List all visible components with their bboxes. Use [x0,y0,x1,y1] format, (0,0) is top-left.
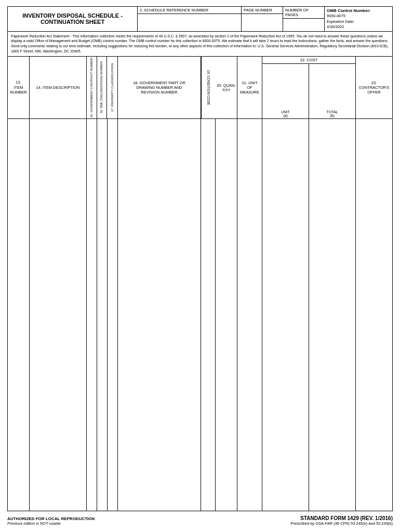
num-pages-block: NUMBER OF PAGES [283,7,325,31]
col-21-header: 21. UNITOFMEASURE [237,57,262,118]
col22a-header: UNIT (a) [262,64,309,118]
col-15-17-group: 15. GOVERNMENT CONTRACT NUMBER 16. DML (… [87,57,118,118]
table-body [8,119,392,511]
footer-right: STANDARD FORM 1429 (REV. 1/2016) Prescri… [290,515,393,526]
col22-main-label: 22. COST [262,57,355,64]
body-col-18 [118,119,201,511]
body-col-16 [97,119,108,511]
sf-number: STANDARD FORM 1429 (REV. 1/2016) [290,515,393,521]
num-pages-label: NUMBER OF PAGES [283,7,324,19]
col22-sub-headers: UNIT (a) TOTAL (b) [262,64,355,118]
col-14-header: 14. ITEM DESCRIPTION [30,57,87,118]
col14-label: 14. ITEM DESCRIPTION [36,85,80,90]
col-20-header: 20. QUAN-TITY [216,57,237,118]
previous-edition-text: Previous edition is NOT usable [7,521,95,526]
num-pages-value [283,19,324,31]
col-19-header: 19. CONDITION CODE [201,57,216,118]
schedule-ref-label: 2. SCHEDULE REFERENCE NUMBER [138,7,241,14]
page-number-block: PAGE NUMBER [242,7,283,31]
authorized-text: AUTHORIZED FOR LOCAL REPRODUCTION [7,516,95,521]
col22b-header: TOTAL (b) [309,64,355,118]
omb-block: OMB Control Number: 9000-0075 Expiration… [325,7,392,31]
prescribed-text: Prescribed by GSA-FAR (48 CFR) 53.245(e)… [290,521,393,526]
col22a-sub: (a) [283,114,288,117]
col16-label: 16. DML (TAILORIZATION) NUMBER [100,60,103,114]
omb-number: 9000-0075 [327,14,390,19]
notice-text: Paperwork Reduction Act Statement - This… [11,34,389,53]
col-15-header: 15. GOVERNMENT CONTRACT NUMBER [87,57,97,118]
table-header-row: 13.ITEMNUMBER 14. ITEM DESCRIPTION 15. G… [8,57,392,119]
col-22-header-group: 22. COST UNIT (a) TOTAL (b) [262,57,356,118]
form-title: INVENTORY DISPOSAL SCHEDULE - CONTINUATI… [13,12,132,25]
body-col-19 [201,119,216,511]
col-23-header: 23.CONTRACTOR'SOFFER [356,57,392,118]
schedule-ref-block: 2. SCHEDULE REFERENCE NUMBER [138,7,242,31]
body-col-22b [309,119,356,511]
body-col-23 [356,119,392,511]
col13-label: 13.ITEMNUMBER [10,80,27,95]
title-block: INVENTORY DISPOSAL SCHEDULE - CONTINUATI… [8,7,138,31]
omb-expiration-date: 4/30/2022 [327,24,390,30]
col17-label: 17. PROPERTY CLASSIFICATION [111,62,114,113]
body-col-14 [30,119,87,511]
body-col-13 [8,119,30,511]
body-col-21 [237,119,262,511]
omb-title: OMB Control Number: [327,8,390,14]
body-col-22a [262,119,309,511]
page-number-value [242,14,283,31]
col15-label: 15. GOVERNMENT CONTRACT NUMBER [90,57,94,118]
paperwork-notice: Paperwork Reduction Act Statement - This… [7,32,393,57]
body-col-20 [216,119,237,511]
col23-label: 23.CONTRACTOR'SOFFER [358,81,389,95]
body-col-17 [108,119,118,511]
col19-label: 19. CONDITION CODE [207,70,211,105]
page-number-label: PAGE NUMBER [242,7,283,14]
col-18-header: 18. GOVERNMENT PART ORDRAWING NUMBER AND… [118,57,201,118]
col21-label: 21. UNITOFMEASURE [240,81,259,95]
col-13-header: 13.ITEMNUMBER [8,57,30,118]
col22a-label: UNIT [281,110,289,114]
main-table: 13.ITEMNUMBER 14. ITEM DESCRIPTION 15. G… [7,57,393,511]
body-col-15 [87,119,97,511]
col-16-header: 16. DML (TAILORIZATION) NUMBER [97,57,108,118]
page: INVENTORY DISPOSAL SCHEDULE - CONTINUATI… [0,0,400,532]
footer-left: AUTHORIZED FOR LOCAL REPRODUCTION Previo… [7,516,95,526]
col18-label: 18. GOVERNMENT PART ORDRAWING NUMBER AND… [133,81,185,95]
footer-section: AUTHORIZED FOR LOCAL REPRODUCTION Previo… [7,515,393,526]
col-17-header: 17. PROPERTY CLASSIFICATION [107,57,117,118]
col22b-sub: (b) [330,114,335,117]
header-section: INVENTORY DISPOSAL SCHEDULE - CONTINUATI… [7,6,393,32]
col20-label: 20. QUAN-TITY [217,83,236,92]
schedule-ref-value [138,14,241,31]
col22b-label: TOTAL [327,110,338,114]
omb-expiration-label: Expiration Date: [327,19,390,25]
